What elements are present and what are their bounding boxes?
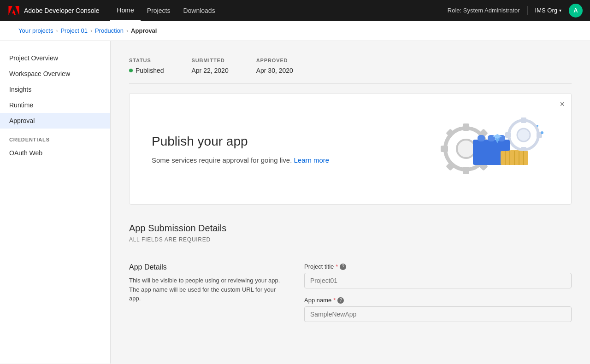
divider [527, 6, 528, 15]
topnav-right: Role: System Administrator IMS Org ▾ A [448, 4, 583, 18]
sidebar: Project Overview Workspace Overview Insi… [0, 41, 111, 364]
status-bar: STATUS Published SUBMITTED Apr 22, 2020 … [129, 50, 572, 84]
svg-point-1 [457, 140, 475, 158]
svg-point-27 [537, 125, 538, 127]
breadcrumb-project01[interactable]: Project 01 [60, 27, 88, 34]
submitted-value: Apr 22, 2020 [192, 67, 229, 74]
svg-rect-4 [441, 146, 448, 152]
breadcrumb: Your projects › Project 01 › Production … [0, 21, 590, 41]
chevron-down-icon: ▾ [559, 8, 561, 13]
app-details-section-title: App Details [129, 263, 286, 271]
app-details-left: App Details This will be visible to peop… [129, 263, 286, 322]
learn-more-link[interactable]: Learn more [294, 156, 330, 164]
sidebar-item-approval[interactable]: Approval [0, 113, 110, 129]
publish-card-description: Some services require approval for going… [152, 156, 329, 164]
publish-card-title: Publish your app [152, 134, 329, 149]
nav-projects[interactable]: Projects [141, 0, 177, 21]
project-title-input[interactable] [304, 273, 572, 288]
project-title-field: Project title * ? [304, 263, 572, 288]
submission-section: App Submission Details ALL FIELDS ARE RE… [129, 214, 572, 341]
topnav-nav: Home Projects Downloads [110, 0, 436, 21]
status-value: Published [129, 67, 164, 74]
brand-title: Adobe Developer Console [24, 7, 99, 14]
avatar[interactable]: A [569, 4, 583, 18]
main-content: STATUS Published SUBMITTED Apr 22, 2020 … [111, 41, 590, 364]
main-layout: Project Overview Workspace Overview Insi… [0, 41, 590, 364]
svg-rect-2 [463, 123, 469, 131]
submitted-label: SUBMITTED [192, 58, 229, 63]
nav-downloads[interactable]: Downloads [177, 0, 221, 21]
app-details-right: Project title * ? App name * ? [304, 263, 572, 322]
breadcrumb-your-projects[interactable]: Your projects [18, 27, 53, 34]
status-item-status: STATUS Published [129, 58, 164, 74]
app-details-description: This will be visible to people using or … [129, 276, 286, 303]
svg-point-26 [541, 131, 543, 134]
status-item-approved: APPROVED Apr 30, 2020 [256, 58, 293, 74]
app-name-input[interactable] [304, 306, 572, 322]
sidebar-credentials-label: CREDENTIALS [0, 129, 110, 145]
publish-card: × Publish your app Some services require… [129, 93, 572, 205]
status-published: Published [136, 67, 164, 74]
app-name-field: App name * ? [304, 297, 572, 322]
svg-point-11 [517, 129, 530, 141]
sidebar-item-workspace-overview[interactable]: Workspace Overview [0, 66, 110, 82]
svg-rect-3 [463, 167, 469, 174]
svg-rect-17 [478, 135, 485, 141]
submission-title: App Submission Details [129, 223, 572, 234]
status-label: STATUS [129, 58, 164, 63]
nav-home[interactable]: Home [110, 0, 140, 21]
illustration-svg [429, 112, 549, 186]
brand: Adobe Developer Console [7, 6, 99, 15]
breadcrumb-sep-2: › [90, 28, 92, 34]
approved-value: Apr 30, 2020 [256, 67, 293, 74]
status-dot-icon [129, 69, 133, 72]
svg-rect-14 [505, 132, 511, 138]
project-title-help-icon[interactable]: ? [340, 264, 346, 270]
submission-required: ALL FIELDS ARE REQUIRED [129, 236, 572, 243]
project-title-label: Project title * ? [304, 263, 572, 270]
sidebar-item-project-overview[interactable]: Project Overview [0, 50, 110, 66]
ims-org-selector[interactable]: IMS Org ▾ [535, 7, 561, 14]
required-star: * [336, 263, 338, 270]
ims-org-label: IMS Org [535, 7, 557, 14]
breadcrumb-sep-3: › [126, 28, 128, 34]
svg-rect-6 [446, 129, 455, 138]
topnav: Adobe Developer Console Home Projects Do… [0, 0, 590, 21]
breadcrumb-current: Approval [131, 27, 157, 34]
publish-illustration [429, 112, 549, 186]
role-label: Role: System Administrator [448, 7, 520, 14]
breadcrumb-production[interactable]: Production [95, 27, 124, 34]
adobe-logo-icon [7, 6, 20, 15]
required-star-2: * [333, 297, 336, 304]
status-item-submitted: SUBMITTED Apr 22, 2020 [192, 58, 229, 74]
app-name-help-icon[interactable]: ? [337, 297, 344, 304]
svg-rect-12 [521, 117, 526, 123]
app-name-label: App name * ? [304, 297, 572, 304]
sidebar-item-insights[interactable]: Insights [0, 82, 110, 97]
approved-label: APPROVED [256, 58, 293, 63]
publish-card-text: Publish your app Some services require a… [152, 134, 329, 164]
publish-card-close-button[interactable]: × [560, 100, 565, 108]
sidebar-item-oauth-web[interactable]: OAuth Web [0, 145, 110, 161]
breadcrumb-sep-1: › [56, 28, 58, 34]
sidebar-item-runtime[interactable]: Runtime [0, 97, 110, 113]
app-details-row: App Details This will be visible to peop… [129, 254, 572, 331]
